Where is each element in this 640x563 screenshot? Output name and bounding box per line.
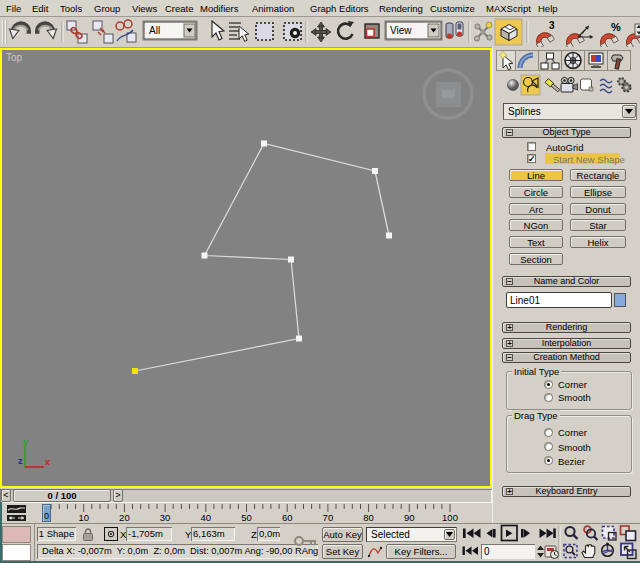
svg-text:View: View	[390, 25, 412, 36]
svg-text:x: x	[45, 457, 50, 467]
svg-text:50: 50	[241, 512, 252, 523]
svg-text:3: 3	[549, 20, 555, 31]
svg-text:60: 60	[282, 512, 293, 523]
svg-text:y: y	[23, 437, 28, 447]
svg-text:20: 20	[119, 512, 130, 523]
svg-text:80: 80	[363, 512, 374, 523]
svg-text:z: z	[18, 456, 23, 466]
svg-text:All: All	[149, 25, 160, 36]
svg-text:10: 10	[78, 512, 89, 523]
svg-text:40: 40	[201, 512, 212, 523]
svg-text:30: 30	[160, 512, 171, 523]
svg-text:%: %	[611, 21, 621, 33]
svg-text:90: 90	[404, 512, 415, 523]
svg-text:100: 100	[442, 512, 458, 523]
svg-text:70: 70	[323, 512, 334, 523]
